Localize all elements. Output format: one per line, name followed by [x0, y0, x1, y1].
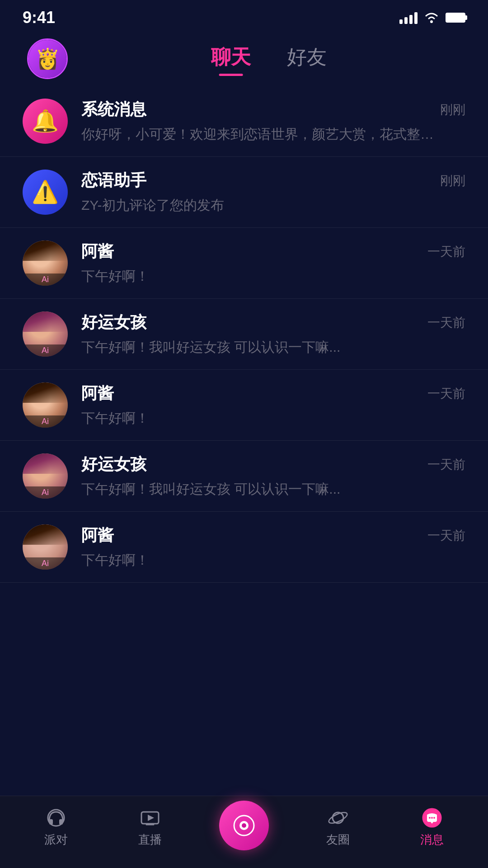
avatar-ajiang3: Ai: [23, 524, 68, 570]
headphones-icon: [46, 807, 66, 828]
message-icon: [422, 807, 442, 828]
chat-time-lucky2: 一天前: [427, 456, 465, 473]
chat-name-ajiang2: 阿酱: [81, 382, 114, 405]
svg-point-0: [430, 20, 433, 23]
nav-label-messages: 消息: [420, 832, 444, 848]
chat-item-lucky2[interactable]: Ai 好运女孩 一天前 下午好啊！我叫好运女孩 可以认识一下嘛...: [0, 441, 488, 512]
chat-content-ajiang1: 阿酱 一天前 下午好啊！: [81, 241, 465, 286]
chat-preview-ajiang2: 下午好啊！: [81, 409, 443, 428]
chat-time-ajiang2: 一天前: [427, 385, 465, 402]
nav-label-live: 直播: [138, 832, 162, 848]
chat-time-ajiang1: 一天前: [427, 243, 465, 260]
chat-preview-lucky1: 下午好啊！我叫好运女孩 可以认识一下嘛...: [81, 338, 443, 357]
chat-name-lucky1: 好运女孩: [81, 311, 146, 334]
chat-preview-ajiang1: 下午好啊！: [81, 267, 443, 286]
battery-icon: [446, 13, 465, 23]
nav-item-party[interactable]: 派对: [27, 807, 85, 848]
chat-preview-assistant: ZY-初九评论了您的发布: [81, 196, 443, 215]
tab-chat[interactable]: 聊天: [211, 44, 251, 74]
chat-item-system[interactable]: 🔔 系统消息 刚刚 你好呀，小可爱！欢迎来到恋语世界，颜艺大赏，花式整盘...: [0, 86, 488, 157]
svg-point-17: [433, 817, 435, 819]
avatar-ajiang2: Ai: [23, 382, 68, 428]
assistant-avatar: ⚠️: [23, 170, 68, 215]
chat-time-system: 刚刚: [440, 101, 465, 118]
center-icon: [231, 812, 257, 839]
chat-item-ajiang1[interactable]: Ai 阿酱 一天前 下午好啊！: [0, 228, 488, 299]
chat-name-system: 系统消息: [81, 99, 146, 121]
chat-content-ajiang3: 阿酱 一天前 下午好啊！: [81, 524, 465, 570]
planet-icon: [328, 807, 348, 828]
chat-time-lucky1: 一天前: [427, 314, 465, 331]
ai-label-5: Ai: [23, 557, 68, 570]
svg-point-15: [429, 817, 431, 819]
chat-item-ajiang3[interactable]: Ai 阿酱 一天前 下午好啊！: [0, 512, 488, 583]
chat-name-ajiang1: 阿酱: [81, 241, 114, 263]
nav-item-messages[interactable]: 消息: [403, 807, 461, 848]
nav-item-live[interactable]: 直播: [121, 807, 179, 848]
status-bar: 9:41: [0, 0, 488, 32]
system-avatar: 🔔: [23, 99, 68, 144]
svg-point-10: [242, 823, 246, 828]
chat-name-ajiang3: 阿酱: [81, 524, 114, 547]
chat-list: 🔔 系统消息 刚刚 你好呀，小可爱！欢迎来到恋语世界，颜艺大赏，花式整盘... …: [0, 81, 488, 796]
chat-content-system: 系统消息 刚刚 你好呀，小可爱！欢迎来到恋语世界，颜艺大赏，花式整盘...: [81, 99, 465, 144]
nav-label-party: 派对: [44, 832, 68, 848]
chat-item-assistant[interactable]: ⚠️ 恋语助手 刚刚 ZY-初九评论了您的发布: [0, 157, 488, 228]
ai-label-4: Ai: [23, 486, 68, 499]
ai-label-1: Ai: [23, 274, 68, 286]
tv-icon: [140, 807, 160, 828]
header-tabs: 聊天 好友: [77, 44, 461, 74]
chat-content-lucky1: 好运女孩 一天前 下午好啊！我叫好运女孩 可以认识一下嘛...: [81, 311, 465, 357]
chat-content-assistant: 恋语助手 刚刚 ZY-初九评论了您的发布: [81, 170, 465, 215]
header: 👸 聊天 好友: [0, 32, 488, 81]
chat-time-assistant: 刚刚: [440, 172, 465, 189]
signal-icon: [399, 11, 418, 24]
chat-content-lucky2: 好运女孩 一天前 下午好啊！我叫好运女孩 可以认识一下嘛...: [81, 453, 465, 499]
svg-point-16: [431, 817, 433, 819]
chat-preview-lucky2: 下午好啊！我叫好运女孩 可以认识一下嘛...: [81, 480, 443, 499]
chat-name-assistant: 恋语助手: [81, 170, 146, 192]
nav-label-friends: 友圈: [326, 832, 350, 848]
chat-time-ajiang3: 一天前: [427, 527, 465, 544]
avatar-lucky2: Ai: [23, 453, 68, 499]
chat-name-lucky2: 好运女孩: [81, 453, 146, 476]
nav-item-center[interactable]: [215, 801, 273, 855]
bottom-nav: 派对 直播 友圈: [0, 796, 488, 868]
ai-label-2: Ai: [23, 344, 68, 357]
chat-content-ajiang2: 阿酱 一天前 下午好啊！: [81, 382, 465, 428]
chat-item-lucky1[interactable]: Ai 好运女孩 一天前 下午好啊！我叫好运女孩 可以认识一下嘛...: [0, 299, 488, 370]
status-time: 9:41: [23, 8, 55, 27]
center-button[interactable]: [219, 801, 269, 850]
chat-preview-system: 你好呀，小可爱！欢迎来到恋语世界，颜艺大赏，花式整盘...: [81, 125, 443, 144]
tab-friends[interactable]: 好友: [287, 44, 327, 74]
wifi-icon: [424, 11, 439, 24]
svg-marker-7: [148, 815, 154, 821]
chat-item-ajiang2[interactable]: Ai 阿酱 一天前 下午好啊！: [0, 370, 488, 441]
status-icons: [399, 11, 465, 24]
ai-label-3: Ai: [23, 415, 68, 428]
avatar-lucky1: Ai: [23, 311, 68, 357]
user-avatar[interactable]: 👸: [27, 38, 68, 79]
chat-preview-ajiang3: 下午好啊！: [81, 551, 443, 570]
nav-item-friends[interactable]: 友圈: [309, 807, 367, 848]
avatar-ajiang1: Ai: [23, 241, 68, 286]
